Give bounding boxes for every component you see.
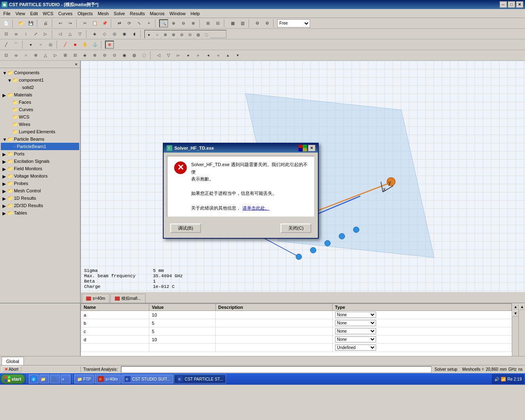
tree-curves[interactable]: 📁 Curves xyxy=(1,106,79,113)
tree-particlebeam1[interactable]: ⇒ ParticleBeam1 xyxy=(1,143,79,150)
viewport-3d[interactable]: x y ! Solver_HF_TD.exe xyxy=(81,61,525,303)
tree-component1[interactable]: ▼ 📁 component1 xyxy=(1,76,79,84)
tree-field-monitors[interactable]: ▶ 📁 Field Monitors xyxy=(1,165,79,172)
tb4-4[interactable]: ⊕ xyxy=(31,51,40,59)
tree-faces[interactable]: 📁 Faces xyxy=(1,98,79,106)
dialog-close-button[interactable]: ✕ xyxy=(308,145,315,151)
tb4-3[interactable]: ○ xyxy=(21,51,30,59)
tree-solid2[interactable]: ▭ solid2 xyxy=(1,84,79,91)
maximize-button[interactable]: □ xyxy=(508,1,515,8)
grid-btn-3[interactable]: ⊕ xyxy=(162,31,169,39)
grid-btn-8[interactable]: ◌ xyxy=(203,31,210,39)
tb2-btn-10[interactable]: ◇ xyxy=(100,30,109,38)
tb-btn-14[interactable]: ▥ xyxy=(238,19,247,27)
tb4-14[interactable]: ◍ xyxy=(130,51,139,59)
paste-button[interactable]: 📌 xyxy=(100,19,109,27)
tree-wires[interactable]: 📁 Wires xyxy=(1,121,79,128)
tree-tables[interactable]: ▶ 📁 Tables xyxy=(1,209,79,217)
tb2-btn-1[interactable]: ⊡ xyxy=(2,30,11,38)
menu-file[interactable]: File xyxy=(1,10,13,17)
grid-btn-1[interactable]: ● xyxy=(145,31,153,39)
param-type-select-b[interactable]: None xyxy=(335,320,376,326)
tb4-11[interactable]: ⊘ xyxy=(100,51,109,59)
menu-curves[interactable]: Curves xyxy=(56,10,75,17)
param-type-select-c[interactable]: None xyxy=(335,328,376,334)
tb4-21[interactable]: ◂ xyxy=(203,51,212,59)
scroll-down-btn[interactable]: ▼ xyxy=(512,310,519,317)
dialog-link[interactable]: 请单击此处。 xyxy=(242,205,269,212)
tb-btn-11[interactable]: ⊖ xyxy=(179,19,188,27)
anchor-tool[interactable]: ⚓ xyxy=(90,41,99,49)
draw-circle2[interactable]: ○ xyxy=(36,41,45,49)
debug-button[interactable]: 调试(B) xyxy=(170,224,201,233)
param-type-select-d[interactable]: None xyxy=(335,336,376,342)
open-button[interactable]: 📂 xyxy=(16,19,25,27)
tb4-6[interactable]: ▷ xyxy=(51,51,60,59)
grid-btn-2[interactable]: ○ xyxy=(153,31,161,39)
scroll-right-btn[interactable]: ▲ xyxy=(519,304,525,310)
param-type-select-empty[interactable]: Undefined xyxy=(335,345,376,351)
tb4-8[interactable]: ⊟ xyxy=(71,51,80,59)
draw-ellipse[interactable]: ◎ xyxy=(46,41,55,49)
menu-results[interactable]: Results xyxy=(128,10,148,17)
tree-lumped[interactable]: 📁 Lumped Elements xyxy=(1,128,79,135)
tree-materials[interactable]: ▶ 📁 Materials xyxy=(1,91,79,98)
menu-macros[interactable]: Macros xyxy=(147,10,167,17)
taskbar-ftp[interactable]: 📁 FTP xyxy=(74,374,94,383)
move-tool[interactable]: ✋ xyxy=(80,41,89,49)
tb-btn-16[interactable]: ⚙ xyxy=(262,19,272,27)
tb2-btn-8[interactable]: ▽ xyxy=(75,30,84,38)
tb-btn-9[interactable]: + xyxy=(144,19,153,27)
tb4-18[interactable]: ▻ xyxy=(174,51,183,59)
tree-mesh-control[interactable]: ▶ 📁 Mesh Control xyxy=(1,187,79,194)
tb4-16[interactable]: ◁ xyxy=(154,51,163,59)
tb-btn-8[interactable]: ⤡ xyxy=(135,19,144,27)
tb4-23[interactable]: ▴ xyxy=(223,51,232,59)
tb2-btn-2[interactable]: ⌯ xyxy=(11,30,21,38)
draw-arc[interactable]: ⌒ xyxy=(11,41,21,49)
tb2-btn-4[interactable]: ⤢ xyxy=(31,30,40,38)
tb-btn-10[interactable]: ⊕ xyxy=(169,19,178,27)
tb4-20[interactable]: ▹ xyxy=(194,51,203,59)
tb-btn-12[interactable]: ⊗ xyxy=(189,19,198,27)
tb4-9[interactable]: ◈ xyxy=(80,51,89,59)
panel-close-button[interactable]: ✕ xyxy=(73,62,79,67)
right-scrollbar[interactable]: ▲ xyxy=(518,304,525,356)
tb2-btn-9[interactable]: ◈ xyxy=(90,30,99,38)
cut-button[interactable]: ✂ xyxy=(80,19,89,27)
menu-window[interactable]: Window xyxy=(167,10,188,17)
tb2-btn-11[interactable]: ◎ xyxy=(110,30,119,38)
tb4-10[interactable]: ⊗ xyxy=(90,51,99,59)
stop-tool[interactable]: ⊗ xyxy=(105,41,114,49)
tb4-22[interactable]: ◃ xyxy=(213,51,222,59)
tb4-24[interactable]: ▾ xyxy=(233,51,242,59)
copy-button[interactable]: 📋 xyxy=(90,19,99,27)
tree-components[interactable]: ▼ 📁 Components xyxy=(1,69,79,76)
draw-red-line[interactable]: ╱ xyxy=(61,41,70,49)
tb2-btn-5[interactable]: ▷ xyxy=(41,30,50,38)
close-dialog-button[interactable]: 关闭(C) xyxy=(281,224,311,233)
tb2-btn-7[interactable]: △ xyxy=(66,30,75,38)
tb-btn-6[interactable]: ⇄ xyxy=(115,19,124,27)
taskbar-media-icon[interactable]: 🎵 xyxy=(50,374,60,383)
menu-wcs[interactable]: WCS xyxy=(40,10,56,17)
tb-btn-15[interactable]: ⚙ xyxy=(253,19,262,27)
param-type-select-a[interactable]: None xyxy=(335,312,376,318)
draw-circle[interactable]: ● xyxy=(26,41,35,49)
save-button[interactable]: 💾 xyxy=(26,19,35,27)
tb4-19[interactable]: ▸ xyxy=(184,51,193,59)
transient-input[interactable] xyxy=(121,366,431,373)
menu-view[interactable]: View xyxy=(13,10,28,17)
scroll-up-btn[interactable]: ▲ xyxy=(512,304,519,310)
view3d-button[interactable]: ⊞ xyxy=(203,19,212,27)
print-button[interactable]: 🖨 xyxy=(41,19,50,27)
tb4-7[interactable]: ⊞ xyxy=(61,51,70,59)
menu-help[interactable]: Help xyxy=(188,10,202,17)
tree-voltage-monitors[interactable]: ▶ 📁 Voltage Monitors xyxy=(1,172,79,180)
tb2-btn-6[interactable]: ◁ xyxy=(56,30,65,38)
tree-particle-beams[interactable]: ▼ 📁 Particle Beams xyxy=(1,135,79,143)
undo-button[interactable]: ↩ xyxy=(56,19,65,27)
tree-ports[interactable]: ▶ 📁 Ports xyxy=(1,150,79,158)
menu-solve[interactable]: Solve xyxy=(111,10,128,17)
taskbar-cst-particle[interactable]: C CST PARTICLE ST... xyxy=(174,374,226,383)
